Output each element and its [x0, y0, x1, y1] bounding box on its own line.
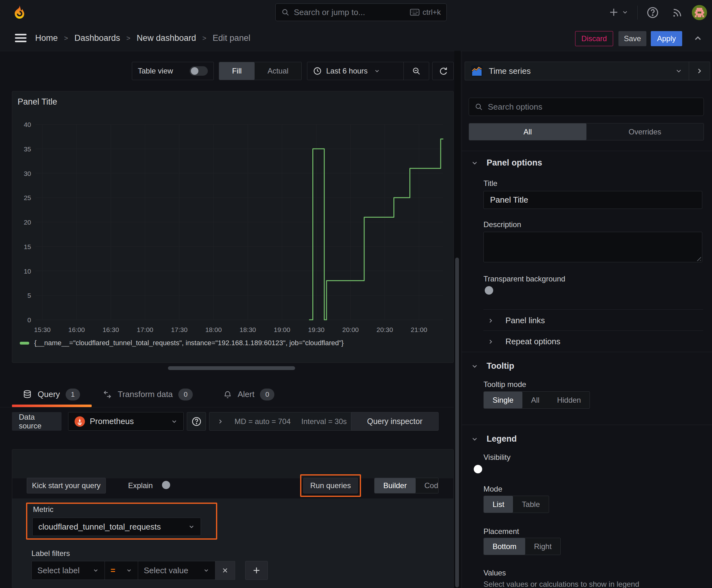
add-filter-button[interactable]: [245, 561, 268, 580]
legend-table-option[interactable]: Table: [513, 496, 548, 512]
help-button[interactable]: [646, 6, 659, 19]
tab-transform[interactable]: Transform data 0: [103, 382, 193, 407]
description-label: Description: [483, 220, 521, 229]
legend-values-label: Values: [483, 569, 506, 577]
legend-placement-segmented: Bottom Right: [483, 538, 561, 555]
select-label-dropdown[interactable]: Select label: [31, 561, 105, 580]
operator-dropdown[interactable]: =: [105, 561, 138, 580]
chevron-down-icon: [471, 435, 478, 443]
chevron-right-icon: [487, 317, 494, 324]
add-menu-button[interactable]: [608, 7, 628, 18]
tooltip-single-option[interactable]: Single: [484, 392, 522, 408]
filter-overrides-option[interactable]: Overrides: [586, 123, 704, 140]
panel-title-input[interactable]: Panel Title: [483, 191, 702, 209]
metric-value: cloudflared_tunnel_total_requests: [38, 522, 161, 532]
metric-select[interactable]: cloudflared_tunnel_total_requests: [33, 518, 201, 536]
time-series-chart[interactable]: 051015202530354015:3016:0016:3017:0017:3…: [22, 119, 455, 336]
main-scrollbar-thumb[interactable]: [455, 257, 459, 587]
query-row-header[interactable]: A (Prometheus): [12, 449, 453, 478]
zoom-out-button[interactable]: [404, 62, 429, 80]
placement-bottom-option[interactable]: Bottom: [484, 538, 525, 555]
filter-all-option[interactable]: All: [469, 123, 586, 140]
panel-options-section-header[interactable]: Panel options: [471, 158, 542, 168]
tab-transform-label: Transform data: [118, 390, 173, 399]
pane-resize-handle[interactable]: [168, 366, 295, 370]
options-search-input[interactable]: Search options: [469, 98, 704, 116]
chevron-down-icon: [675, 67, 683, 75]
table-view-label: Table view: [138, 67, 173, 76]
table-view-toggle[interactable]: [190, 66, 208, 76]
table-view-control: Table view: [132, 62, 214, 80]
panel-title[interactable]: Panel Title: [18, 97, 57, 107]
chevron-down-icon: [471, 362, 478, 370]
panel-links-row[interactable]: Panel links: [487, 316, 545, 326]
fill-option[interactable]: Fill: [219, 62, 255, 80]
select-value-dropdown[interactable]: Select value: [138, 561, 215, 580]
news-button[interactable]: [671, 7, 683, 19]
save-button[interactable]: Save: [619, 31, 646, 46]
tab-transform-count: 0: [178, 388, 193, 400]
legend-section-header[interactable]: Legend: [471, 434, 517, 444]
breadcrumb-dashboards[interactable]: Dashboards: [74, 33, 120, 43]
svg-text:19:00: 19:00: [274, 326, 290, 333]
kickstart-query-button[interactable]: Kick start your query: [27, 478, 106, 493]
breadcrumb-home[interactable]: Home: [35, 33, 58, 43]
tooltip-section-header[interactable]: Tooltip: [471, 361, 514, 371]
actual-option[interactable]: Actual: [255, 62, 301, 80]
code-option[interactable]: Code: [416, 478, 438, 493]
search-shortcut: ctrl+k: [410, 8, 441, 17]
run-queries-button[interactable]: Run queries: [303, 478, 358, 493]
tab-alert[interactable]: Alert 0: [223, 382, 274, 407]
label-filters-label: Label filters: [31, 549, 70, 558]
datasource-value: Prometheus: [90, 417, 134, 426]
close-icon: [221, 567, 229, 574]
refresh-button[interactable]: [432, 62, 454, 80]
metric-label: Metric: [33, 505, 53, 514]
tab-query[interactable]: Query 1: [23, 382, 80, 407]
placement-right-option[interactable]: Right: [525, 538, 560, 555]
legend-visibility-label: Visibility: [483, 453, 511, 462]
select-value-placeholder: Select value: [144, 566, 188, 575]
chevron-down-icon: [188, 523, 195, 530]
tab-alert-count: 0: [260, 388, 274, 400]
resize-handle[interactable]: [695, 255, 701, 261]
legend-item[interactable]: {__name__="cloudflared_tunnel_total_requ…: [20, 339, 344, 347]
builder-option[interactable]: Builder: [374, 478, 416, 493]
chevron-down-icon: [171, 418, 178, 425]
global-search-input[interactable]: Search or jump to... ctrl+k: [275, 3, 447, 21]
tooltip-all-option[interactable]: All: [522, 392, 548, 408]
prometheus-icon: [74, 416, 85, 427]
remove-filter-button[interactable]: [215, 561, 235, 580]
refresh-icon: [438, 66, 448, 76]
time-range-picker[interactable]: Last 6 hours: [307, 67, 404, 76]
transform-icon: [103, 390, 112, 399]
apply-button[interactable]: Apply: [651, 31, 682, 46]
viz-picker-select[interactable]: Time series: [465, 65, 689, 77]
title-label: Title: [483, 179, 497, 188]
legend-mode-segmented: List Table: [483, 496, 549, 513]
plus-icon: [252, 566, 261, 575]
plus-icon: [608, 7, 619, 18]
search-icon: [281, 8, 289, 16]
expand-viz-pane-button[interactable]: [689, 62, 710, 80]
grafana-logo[interactable]: [11, 4, 28, 21]
breadcrumb-new-dashboard[interactable]: New dashboard: [136, 33, 196, 43]
svg-text:5: 5: [27, 292, 31, 299]
description-textarea[interactable]: [483, 232, 702, 262]
panel-links-label: Panel links: [505, 316, 545, 326]
repeat-options-row[interactable]: Repeat options: [487, 337, 560, 346]
chevron-down-icon: [93, 567, 99, 573]
datasource-picker[interactable]: Prometheus: [68, 412, 184, 430]
viz-name: Time series: [489, 66, 531, 76]
tooltip-hidden-option[interactable]: Hidden: [548, 392, 589, 408]
discard-button[interactable]: Discard: [575, 31, 613, 46]
database-icon: [23, 390, 32, 400]
legend-list-option[interactable]: List: [484, 496, 513, 512]
collapse-header-button[interactable]: [692, 33, 704, 43]
menu-button[interactable]: [14, 33, 28, 44]
time-range-control: Last 6 hours: [307, 62, 429, 80]
datasource-help-button[interactable]: [187, 412, 206, 430]
panel-title-value: Panel Title: [490, 195, 528, 205]
user-avatar[interactable]: [692, 5, 707, 20]
query-inspector-button[interactable]: Query inspector: [351, 412, 438, 430]
